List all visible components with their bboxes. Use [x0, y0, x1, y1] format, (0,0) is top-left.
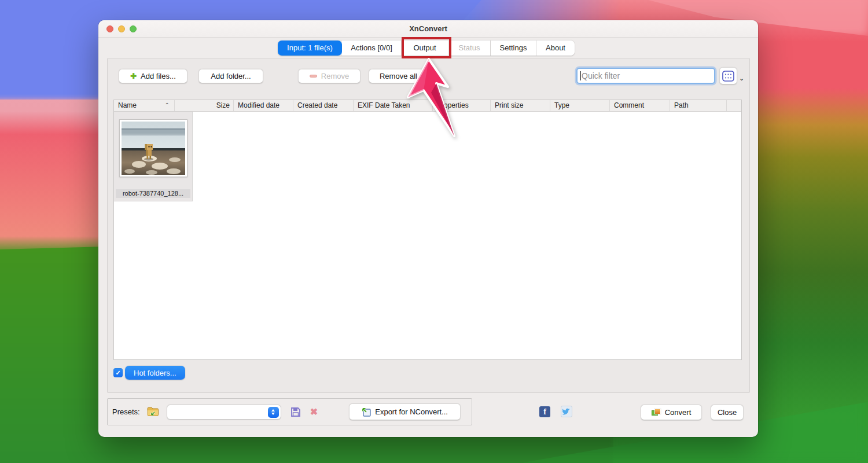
hot-folders-checkbox[interactable]: ✓ [113, 368, 123, 377]
check-icon: ✓ [115, 369, 120, 377]
presets-group: Presets: ✖ [107, 398, 472, 425]
title-bar[interactable]: XnConvert [98, 20, 758, 38]
minus-icon [310, 75, 317, 78]
tab-about[interactable]: About [536, 41, 575, 56]
export-icon [362, 407, 371, 417]
export-for-nconvert-button[interactable]: Export for NConvert... [349, 403, 461, 420]
convert-button[interactable]: Convert [641, 405, 702, 420]
tab-status: Status [448, 41, 491, 56]
xnconvert-window: XnConvert Input: 1 file(s) Actions [0/0]… [98, 20, 758, 437]
add-folder-label: Add folder... [211, 72, 251, 80]
presets-label: Presets: [112, 407, 140, 416]
chevron-down-icon[interactable]: ⌄ [739, 75, 744, 82]
column-header-created-date[interactable]: Created date [293, 100, 354, 111]
desktop-background: XnConvert Input: 1 file(s) Actions [0/0]… [0, 0, 868, 463]
tab-settings[interactable]: Settings [491, 41, 536, 56]
tab-actions[interactable]: Actions [0/0] [342, 41, 402, 56]
thumbnails-grid-icon [722, 71, 734, 82]
quick-filter-input[interactable] [582, 71, 714, 80]
convert-images-icon [652, 409, 661, 416]
convert-label: Convert [665, 408, 692, 417]
window-title: XnConvert [98, 20, 758, 38]
plus-icon: ✚ [130, 72, 137, 80]
select-stepper-icon[interactable] [268, 407, 279, 418]
export-label: Export for NConvert... [375, 407, 448, 416]
twitter-icon[interactable] [561, 406, 572, 417]
file-thumbnail-frame[interactable] [119, 119, 187, 177]
open-preset-folder-icon[interactable] [147, 407, 159, 417]
preset-select[interactable] [167, 405, 281, 420]
add-files-button[interactable]: ✚ Add files... [119, 69, 187, 83]
column-header-type[interactable]: Type [550, 100, 610, 111]
text-cursor [580, 71, 581, 80]
add-files-label: Add files... [141, 72, 176, 80]
column-header-comment[interactable]: Comment [610, 100, 670, 111]
hot-folders-button[interactable]: Hot folders... [125, 366, 185, 380]
tab-output[interactable]: Output [402, 41, 448, 56]
save-preset-icon[interactable] [290, 407, 301, 417]
annotation-arrow-icon [399, 55, 469, 148]
column-header-name[interactable]: Name ⌃ [114, 100, 175, 111]
hot-folders-label: Hot folders... [134, 369, 176, 377]
file-name-label: robot-7387740_128... [116, 189, 190, 198]
file-list-item[interactable]: robot-7387740_128... [114, 112, 193, 201]
twitter-bird-icon [562, 408, 571, 415]
tab-input[interactable]: Input: 1 file(s) [278, 41, 342, 56]
view-mode-button[interactable] [719, 67, 737, 84]
column-header-path[interactable]: Path [670, 100, 727, 111]
close-label: Close [718, 408, 737, 417]
remove-button: Remove [298, 69, 361, 83]
close-button[interactable]: Close [711, 405, 744, 420]
delete-preset-icon: ✖ [310, 406, 318, 417]
add-folder-button[interactable]: Add folder... [198, 69, 263, 83]
column-header-filler [727, 100, 741, 111]
facebook-icon[interactable]: f [539, 406, 550, 417]
remove-label: Remove [321, 72, 349, 80]
column-header-size[interactable]: Size [175, 100, 234, 111]
hot-folders-row: ✓ Hot folders... [113, 366, 185, 380]
quick-filter-field[interactable] [576, 68, 715, 84]
main-tab-bar: Input: 1 file(s) Actions [0/0] Output St… [278, 41, 575, 56]
column-header-modified-date[interactable]: Modified date [234, 100, 293, 111]
column-header-print-size[interactable]: Print size [491, 100, 550, 111]
sort-ascending-icon: ⌃ [165, 102, 170, 108]
file-thumbnail [122, 122, 185, 175]
